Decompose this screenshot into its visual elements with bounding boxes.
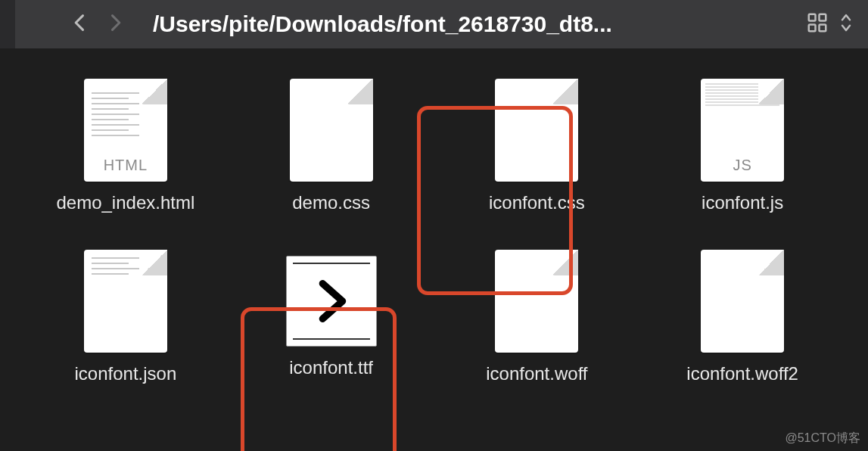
file-item[interactable]: JS iconfont.js — [662, 79, 823, 213]
file-grid-area[interactable]: HTML demo_index.html demo.css iconfont.c… — [0, 48, 868, 451]
file-item[interactable]: iconfont.woff2 — [662, 250, 823, 384]
file-label: demo_index.html — [56, 192, 194, 213]
chevron-right-icon — [305, 275, 358, 328]
file-icon-generic — [495, 250, 578, 353]
file-item[interactable]: HTML demo_index.html — [45, 79, 206, 213]
svg-rect-1 — [820, 14, 826, 21]
titlebar: /Users/pite/Downloads/font_2618730_dt8..… — [0, 0, 868, 48]
svg-rect-3 — [820, 25, 826, 32]
file-item[interactable]: demo.css — [251, 79, 412, 213]
file-icon-generic — [290, 79, 373, 182]
file-label: iconfont.json — [74, 363, 176, 384]
finder-window: /Users/pite/Downloads/font_2618730_dt8..… — [0, 0, 868, 451]
file-icon-json — [84, 250, 167, 353]
svg-rect-0 — [809, 14, 816, 21]
file-item[interactable]: iconfont.woff — [457, 250, 618, 384]
forward-button[interactable] — [104, 12, 126, 36]
file-icon-html: HTML — [84, 79, 167, 182]
file-item[interactable]: iconfont.css — [457, 79, 618, 213]
file-icon-js: JS — [701, 79, 784, 182]
file-label: iconfont.js — [702, 192, 783, 213]
file-label: demo.css — [292, 192, 370, 213]
file-item[interactable]: iconfont.json — [45, 250, 206, 384]
icon-view-button[interactable] — [806, 11, 829, 37]
file-grid: HTML demo_index.html demo.css iconfont.c… — [45, 79, 823, 384]
file-icon-generic — [495, 79, 578, 182]
file-item[interactable]: iconfont.ttf — [251, 250, 412, 384]
file-label: iconfont.css — [489, 192, 585, 213]
file-icon-ttf — [286, 250, 377, 347]
file-label: iconfont.woff — [486, 363, 587, 384]
file-label: iconfont.woff2 — [686, 363, 798, 384]
svg-rect-2 — [809, 25, 816, 32]
file-icon-generic — [701, 250, 784, 353]
back-button[interactable] — [70, 12, 91, 36]
file-label: iconfont.ttf — [289, 357, 373, 378]
view-options-button[interactable] — [839, 11, 853, 37]
path-breadcrumb[interactable]: /Users/pite/Downloads/font_2618730_dt8..… — [153, 11, 785, 37]
watermark: @51CTO博客 — [785, 431, 860, 446]
